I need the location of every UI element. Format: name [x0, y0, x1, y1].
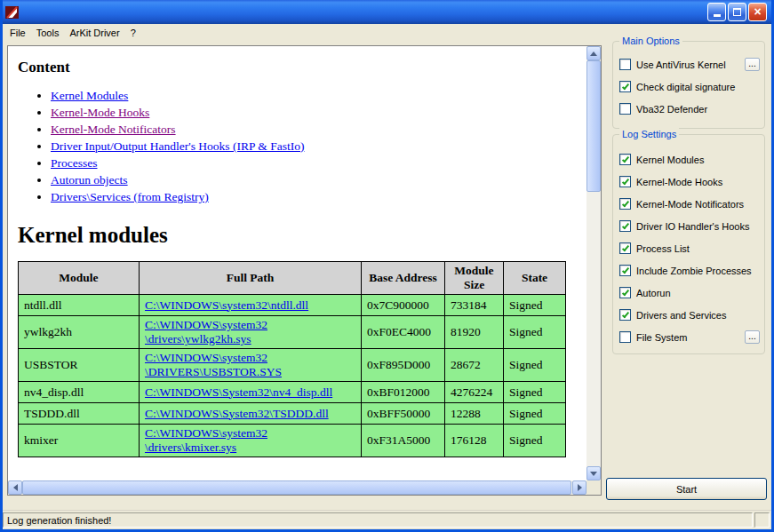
- checkbox-label: Drivers and Services: [636, 310, 726, 321]
- table-of-contents: Kernel Modules Kernel-Mode Hooks Kernel-…: [18, 87, 581, 205]
- option-row[interactable]: Check digital signature ...: [613, 75, 764, 98]
- more-options-button[interactable]: ...: [745, 58, 760, 71]
- base-address-cell: 0xF31A5000: [362, 425, 445, 457]
- app-icon[interactable]: [5, 5, 20, 20]
- checkbox[interactable]: [619, 198, 631, 210]
- kernel-modules-table: Module Full Path Base Address Module Siz…: [18, 261, 566, 457]
- toc-link[interactable]: Kernel-Mode Hooks: [51, 106, 149, 119]
- table-row: ywlkg2kh C:\WINDOWS\system32 \drivers\yw…: [19, 316, 566, 349]
- module-size-cell: 12288: [445, 403, 504, 425]
- state-cell: Signed: [504, 349, 566, 382]
- module-cell: nv4_disp.dll: [19, 382, 140, 403]
- toc-link[interactable]: Kernel Modules: [51, 89, 128, 102]
- horizontal-scroll-thumb[interactable]: [22, 480, 571, 495]
- checkbox[interactable]: [619, 265, 631, 276]
- checkbox[interactable]: [619, 81, 631, 92]
- option-row[interactable]: Kernel-Mode Hooks ...: [613, 171, 764, 193]
- checkbox[interactable]: [619, 331, 631, 343]
- toc-link[interactable]: Kernel-Mode Notificators: [51, 123, 176, 136]
- option-row[interactable]: Driver IO Handler's Hooks ...: [613, 215, 764, 237]
- option-row[interactable]: Drivers and Services ...: [613, 304, 764, 326]
- scroll-down-button[interactable]: [586, 466, 601, 480]
- menu-item[interactable]: Tools: [31, 26, 65, 40]
- vertical-scrollbar[interactable]: [586, 46, 601, 480]
- start-button[interactable]: Start: [606, 478, 767, 500]
- arrow-left-icon: [13, 484, 18, 491]
- module-size-cell: 176128: [445, 425, 504, 457]
- maximize-icon: [733, 8, 741, 16]
- minimize-icon: [714, 14, 721, 17]
- checkbox[interactable]: [619, 176, 631, 187]
- close-button[interactable]: ×: [748, 3, 767, 21]
- base-address-cell: 0xBFF50000: [362, 403, 445, 425]
- option-row[interactable]: Kernel-Mode Notificators ...: [613, 193, 764, 215]
- scrollbar-corner: [586, 480, 601, 495]
- option-row[interactable]: Vba32 Defender ...: [613, 98, 764, 120]
- log-settings-group: Log Settings Kernel Modules ... Kernel-M…: [612, 134, 765, 354]
- path-link[interactable]: C:\WINDOWS\system32 \DRIVERS\USBSTOR.SYS: [145, 351, 282, 378]
- table-row: nv4_disp.dll C:\WINDOWS\System32\nv4_dis…: [19, 382, 566, 403]
- toc-link[interactable]: Driver Input/Output Handler's Hooks (IRP…: [51, 139, 304, 153]
- path-link[interactable]: C:\WINDOWS\system32\ntdll.dll: [145, 298, 308, 312]
- checkbox[interactable]: [619, 242, 631, 254]
- checkbox[interactable]: [619, 154, 631, 165]
- option-row[interactable]: Autorun ...: [613, 282, 764, 304]
- check-mark-icon: [621, 177, 628, 185]
- toc-link[interactable]: Autorun objects: [51, 173, 128, 187]
- base-address-cell: 0xBF012000: [362, 382, 445, 403]
- arrow-down-icon: [590, 472, 597, 476]
- option-row[interactable]: File System ...: [613, 326, 764, 348]
- checkbox-label: Driver IO Handler's Hooks: [636, 221, 749, 232]
- table-row: TSDDD.dll C:\WINDOWS\System32\TSDDD.dll …: [19, 403, 566, 425]
- more-options-button[interactable]: ...: [745, 330, 760, 344]
- check-mark-icon: [621, 310, 628, 318]
- horizontal-scrollbar[interactable]: [8, 480, 586, 495]
- checkbox-label: File System: [636, 332, 687, 343]
- checkbox-label: Kernel Modules: [636, 155, 704, 165]
- path-link[interactable]: C:\WINDOWS\system32 \drivers\kmixer.sys: [145, 426, 267, 454]
- path-link[interactable]: C:\WINDOWS\System32\nv4_disp.dll: [145, 385, 332, 399]
- col-header-module: Module: [19, 262, 140, 295]
- state-cell: Signed: [504, 316, 566, 349]
- close-icon: ×: [754, 5, 761, 18]
- option-row[interactable]: Process List ...: [613, 237, 764, 259]
- base-address-cell: 0xF895D000: [362, 349, 445, 382]
- col-header-module-size: Module Size: [445, 262, 504, 295]
- check-mark-icon: [621, 288, 628, 296]
- option-row[interactable]: Kernel Modules ...: [613, 148, 764, 171]
- minimize-button[interactable]: [707, 3, 726, 21]
- checkbox[interactable]: [619, 103, 631, 115]
- option-row[interactable]: Include Zombie Processes ...: [613, 259, 764, 282]
- checkbox[interactable]: [619, 59, 631, 70]
- table-row: ntdll.dll C:\WINDOWS\system32\ntdll.dll …: [19, 295, 566, 316]
- title-bar[interactable]: ×: [3, 0, 771, 24]
- vertical-scroll-thumb[interactable]: [586, 60, 601, 192]
- path-link[interactable]: C:\WINDOWS\system32 \drivers\ywlkg2kh.sy…: [145, 318, 267, 345]
- menu-item[interactable]: ArKit Driver: [64, 26, 124, 40]
- toc-link[interactable]: Drivers\Services (from Registry): [51, 190, 209, 203]
- checkbox-label: Use AntiVirus Kernel: [636, 60, 726, 70]
- window-controls: ×: [707, 3, 767, 21]
- checkbox[interactable]: [619, 220, 631, 232]
- path-link[interactable]: C:\WINDOWS\System32\TSDDD.dll: [145, 407, 329, 420]
- path-cell: C:\WINDOWS\system32 \DRIVERS\USBSTOR.SYS: [140, 349, 362, 382]
- path-cell: C:\WINDOWS\system32 \drivers\kmixer.sys: [140, 425, 362, 457]
- toc-item: Drivers\Services (from Registry): [51, 188, 581, 205]
- maximize-button[interactable]: [728, 3, 746, 21]
- toc-item: Driver Input/Output Handler's Hooks (IRP…: [51, 138, 581, 155]
- menu-item[interactable]: ?: [125, 26, 141, 40]
- checkbox[interactable]: [619, 309, 631, 321]
- report-panel: Content Kernel Modules Kernel-Mode Hooks…: [7, 45, 602, 496]
- app-window: × File Tools ArKit Driver ? Content Kern…: [0, 0, 774, 532]
- checkbox-label: Check digital signature: [636, 82, 735, 92]
- checkbox[interactable]: [619, 287, 631, 298]
- menu-item[interactable]: File: [4, 26, 31, 40]
- check-mark-icon: [621, 155, 628, 163]
- scroll-left-button[interactable]: [8, 480, 22, 495]
- path-cell: C:\WINDOWS\system32\ntdll.dll: [140, 295, 362, 316]
- toc-link[interactable]: Processes: [51, 156, 98, 170]
- scroll-right-button[interactable]: [572, 480, 586, 495]
- checkbox-label: Vba32 Defender: [636, 104, 707, 115]
- scroll-up-button[interactable]: [586, 46, 601, 60]
- option-row[interactable]: Use AntiVirus Kernel ...: [613, 53, 764, 75]
